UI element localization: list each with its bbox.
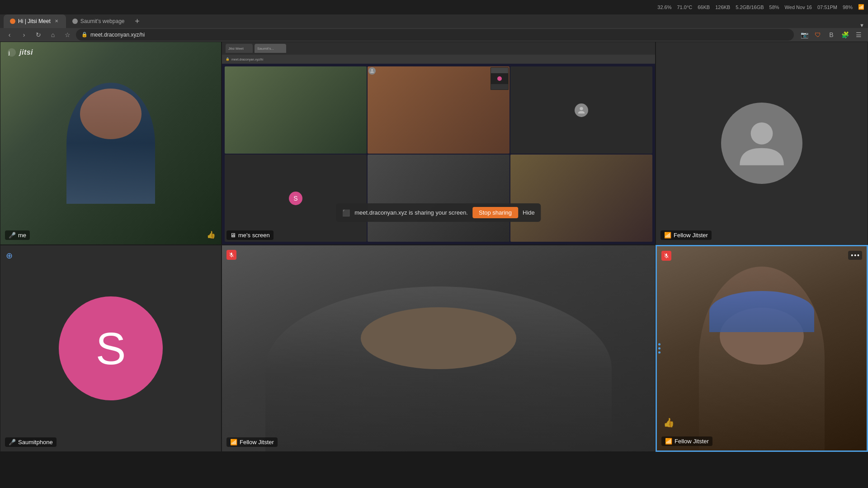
ram: 5.2GB/16GB <box>736 5 764 10</box>
date: Wed Nov 16 <box>785 5 812 10</box>
muted-icon-bottom-mid <box>226 250 236 260</box>
wifi-icon: 📶 <box>858 4 864 10</box>
nav-bar: ‹ › ↻ ⌂ ☆ 🔒 meet.draconyan.xyz/hi 📷 🛡 B … <box>0 28 868 42</box>
hand-icon: 👍 <box>663 417 675 428</box>
me-label-text: me <box>18 232 26 239</box>
fellow-bottom-right-label-text: Fellow Jitster <box>675 438 709 445</box>
fellow-top-right-label: 📶 Fellow Jitster <box>660 230 712 240</box>
url-text: meet.draconyan.xyz/hi <box>90 32 145 38</box>
mic-icon: 🎤 <box>9 232 16 239</box>
forward-button[interactable]: › <box>18 29 30 41</box>
jitsi-logo: j jitsi <box>7 47 33 57</box>
tab-saumit[interactable]: Saumit's webpage <box>66 14 131 28</box>
tab-bar: Hi | Jitsi Meet ✕ Saumit's webpage + ▼ <box>0 14 868 28</box>
saumit-favicon-icon <box>72 19 78 24</box>
camera-icon[interactable]: 📷 <box>798 29 810 41</box>
svg-point-4 <box>751 122 773 145</box>
signal-icon: 📶 <box>664 232 671 239</box>
person-icon <box>732 114 791 173</box>
svg-text:j: j <box>8 50 10 56</box>
jitsi-favicon-icon <box>10 19 15 24</box>
nav-actions: 📷 🛡 B 🧩 ☰ <box>798 29 864 41</box>
vertical-dots <box>657 341 662 357</box>
screen-label: 🖥 me's screen <box>226 230 274 240</box>
saumitphone-label-text: Saumitphone <box>18 439 53 446</box>
fellow-bottom-mid-label-text: Fellow Jitster <box>240 439 274 446</box>
tab-saumit-label: Saumit's webpage <box>80 18 125 24</box>
address-bar[interactable]: 🔒 meet.draconyan.xyz/hi <box>76 29 794 41</box>
video-grid: j jitsi 🎤 me 👍 Jitsi Meet Saumit's... 🔒m… <box>0 42 868 452</box>
tab-close-button[interactable]: ✕ <box>53 18 60 24</box>
fellow-top-right-label-text: Fellow Jitster <box>674 232 708 239</box>
cell-fellow-bottom-right: ••• 👍 📶 Fellow Jitster <box>656 245 868 452</box>
fellow-top-right-avatar <box>656 42 868 244</box>
screen-share-icon: ⬛ <box>342 209 350 216</box>
extensions-icon[interactable]: 🧩 <box>839 29 851 41</box>
battery-pct: 98% <box>843 5 853 10</box>
hide-button[interactable]: Hide <box>523 209 535 216</box>
mic-icon-saumit: 🎤 <box>9 439 16 446</box>
screen-share-text: meet.draconyan.xyz is sharing your scree… <box>354 209 468 216</box>
screen-share-banner: ⬛ meet.draconyan.xyz is sharing your scr… <box>336 203 541 222</box>
home-button[interactable]: ⌂ <box>47 29 59 41</box>
svg-point-2 <box>371 69 373 71</box>
back-button[interactable]: ‹ <box>4 29 15 41</box>
new-tab-button[interactable]: + <box>131 15 143 28</box>
bluetooth-icon: ⊕ <box>6 251 13 261</box>
battery: 58% <box>769 5 779 10</box>
title-bar: 32.6% 71.0°C 66KB 126KB 5.2GB/16GB 58% W… <box>0 0 868 14</box>
muted-icon-bottom-right <box>661 251 671 261</box>
bookmark-button[interactable]: ☆ <box>61 29 73 41</box>
net-up: 126KB <box>715 5 730 10</box>
saumit-avatar-container: S <box>0 245 221 451</box>
svg-point-3 <box>580 107 583 110</box>
more-options-button[interactable]: ••• <box>848 251 862 260</box>
menu-button[interactable]: ☰ <box>853 29 864 41</box>
signal-icon-mid: 📶 <box>230 439 237 446</box>
cell-me: j jitsi 🎤 me 👍 <box>0 42 222 245</box>
tab-jitsi-label: Hi | Jitsi Meet <box>18 18 51 24</box>
signal-icon-right: 📶 <box>665 438 672 445</box>
stop-sharing-button[interactable]: Stop sharing <box>472 207 518 218</box>
cell-saumitphone: S ⊕ 🎤 Saumitphone <box>0 245 222 452</box>
temp: 71.0°C <box>677 5 692 10</box>
cell-screen: Jitsi Meet Saumit's... 🔒meet.draconyan.x… <box>222 42 656 245</box>
cell-fellow-top-right: 📶 Fellow Jitster <box>656 42 868 245</box>
cell-fellow-bottom-mid: 📶 Fellow Jitster <box>222 245 656 452</box>
s-avatar: S <box>59 296 163 400</box>
tab-list-button[interactable]: ▼ <box>859 23 864 28</box>
jitsi-logo-text: jitsi <box>19 48 33 56</box>
lock-icon: 🔒 <box>81 32 88 38</box>
screen-label-text: me's screen <box>238 232 270 239</box>
browser-chrome: 32.6% 71.0°C 66KB 126KB 5.2GB/16GB 58% W… <box>0 0 868 42</box>
avatar-circle <box>721 103 802 184</box>
brave-shield-icon[interactable]: 🛡 <box>812 29 824 41</box>
screen-icon: 🖥 <box>230 232 236 239</box>
tab-jitsi[interactable]: Hi | Jitsi Meet ✕ <box>4 14 66 28</box>
time: 07:51PM <box>817 5 837 10</box>
saumitphone-label: 🎤 Saumitphone <box>5 437 57 447</box>
fellow-bottom-right-label: 📶 Fellow Jitster <box>661 436 712 446</box>
brave-icon[interactable]: B <box>826 29 837 41</box>
fellow-bottom-mid-label: 📶 Fellow Jitster <box>226 437 278 447</box>
net-down: 66KB <box>698 5 710 10</box>
hand-raise-icon: 👍 <box>207 230 216 239</box>
me-label: 🎤 me <box>5 230 30 240</box>
cpu-usage: 32.6% <box>657 5 671 10</box>
refresh-button[interactable]: ↻ <box>33 29 44 41</box>
